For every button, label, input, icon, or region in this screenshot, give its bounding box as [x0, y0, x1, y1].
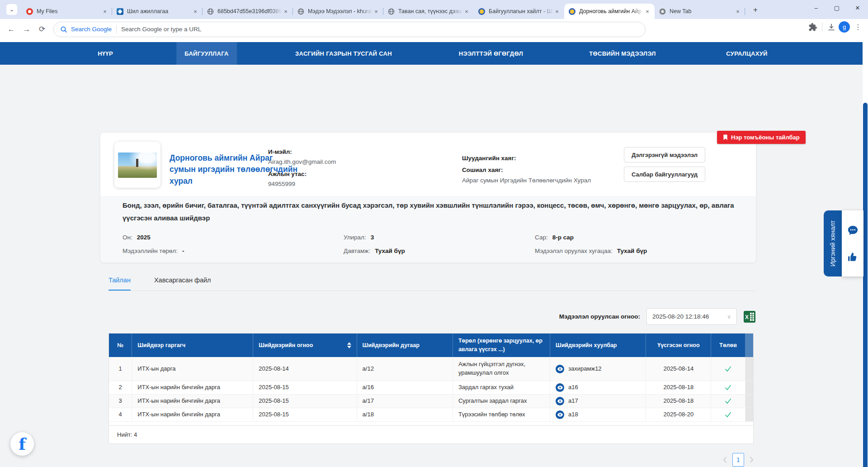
- col-header-no: №: [109, 334, 132, 357]
- cell-copy-label[interactable]: а16: [568, 383, 578, 392]
- toolbar-divider: [822, 23, 822, 32]
- cell-decision-date: 2025-08-15: [253, 408, 357, 421]
- table-scrollbar-track[interactable]: [745, 357, 753, 381]
- check-icon: [725, 385, 731, 391]
- close-icon[interactable]: ×: [553, 8, 561, 15]
- branch-organizations-button[interactable]: Салбар байгууллагууд: [624, 167, 705, 182]
- field-month-value: 8-р сар: [552, 234, 574, 241]
- close-icon[interactable]: ×: [734, 8, 741, 15]
- browser-tab-tavan-saya[interactable]: Таван сая, түүнээс дээш т ×: [383, 4, 474, 19]
- facebook-button[interactable]: f: [10, 432, 34, 456]
- organization-logo[interactable]: [114, 142, 160, 188]
- nav-item-open-data[interactable]: НЭЭЛТТЭЙ ӨГӨГДӨЛ: [459, 42, 524, 65]
- cell-decision-number: а/18: [357, 408, 453, 421]
- citizen-monitor-tab[interactable]: Иргэний хяналт: [824, 210, 842, 276]
- nav-item-organization[interactable]: БАЙГУУЛЛАГА: [176, 42, 237, 67]
- cell-copy-label[interactable]: а17: [568, 397, 578, 405]
- field-info-type-value: -: [182, 248, 184, 254]
- table-row[interactable]: 1 ИТХ-ын дарга 2025-08-14 а/12 Ажлын гүй…: [109, 357, 753, 381]
- thumbs-up-icon[interactable]: [847, 252, 859, 263]
- check-icon: [725, 398, 731, 404]
- state-emblem-icon: [569, 8, 576, 15]
- extensions-puzzle-icon[interactable]: [808, 23, 817, 32]
- nav-item-home[interactable]: НҮҮР: [98, 42, 113, 65]
- nav-item-budget-info[interactable]: ТӨСВИЙН МЭДЭЭЛЭЛ: [589, 42, 656, 65]
- table-scrollbar-track[interactable]: [745, 395, 753, 408]
- browser-tab-my-files[interactable]: My Files ×: [22, 4, 112, 19]
- forward-button[interactable]: →: [19, 22, 34, 37]
- table-scrollbar-track[interactable]: [745, 334, 753, 357]
- minimize-button[interactable]: –: [806, 0, 826, 15]
- address-bar[interactable]: Search Google Search Google or type a UR…: [53, 22, 646, 37]
- search-icon: [60, 26, 67, 33]
- view-eye-icon[interactable]: [556, 397, 564, 405]
- report-description: Бонд, зээл, өрийн бичиг, баталгаа, түүнт…: [123, 199, 735, 224]
- tabs-divider-line: [108, 291, 756, 291]
- browser-tab-shilen[interactable]: Шил ажиллагаа ×: [112, 4, 203, 19]
- tab-report[interactable]: Тайлан: [108, 276, 131, 291]
- social-label: Сошиал хаяг:: [462, 165, 611, 175]
- chat-bubble-icon[interactable]: [847, 224, 859, 237]
- organization-logo-photo: [118, 152, 157, 178]
- close-icon[interactable]: ×: [192, 8, 199, 15]
- back-button[interactable]: ←: [4, 22, 19, 37]
- table-row[interactable]: 4 ИТХ-ын нарийн бичгийн дарга 2025-08-15…: [109, 408, 753, 422]
- table-scrollbar-track[interactable]: [745, 408, 753, 421]
- browser-tab-new-tab[interactable]: New Tab ×: [655, 4, 745, 19]
- tab-title: Мэдээ Мэдээлэл - khural: [308, 8, 373, 14]
- cell-decision-maker: ИТХ-ын нарийн бичгийн дарга: [132, 381, 253, 394]
- field-info-type-label: Мэдээллийн төрөл:: [123, 248, 178, 254]
- menu-kebab-icon[interactable]: ⋮: [853, 23, 863, 31]
- close-icon[interactable]: ×: [282, 8, 289, 15]
- browser-tab-hash[interactable]: 685bd47d55e3196df0389 ×: [203, 4, 293, 19]
- window-close-button[interactable]: ✕: [847, 0, 868, 15]
- col-header-decision-date[interactable]: Шийдвэрийн огноо: [253, 334, 357, 357]
- phone-value: 94955999: [268, 179, 336, 189]
- excel-export-icon[interactable]: X: [743, 310, 756, 323]
- browser-tab-search-org[interactable]: Байгууллагын хайлт - Ши ×: [474, 4, 564, 19]
- cell-decision-copy: а16: [550, 381, 646, 394]
- reload-button[interactable]: ⟳: [34, 22, 50, 37]
- cell-no: 1: [109, 357, 132, 381]
- table-row[interactable]: 2 ИТХ-ын нарийн бичгийн дарга 2025-08-15…: [109, 381, 753, 395]
- profile-avatar[interactable]: g: [839, 21, 850, 33]
- glossary-badge[interactable]: Нэр томъёоны тайлбар: [717, 131, 806, 144]
- field-year-label: Он:: [123, 234, 132, 241]
- col-header-decision-copy: Шийдвэрийн хуулбар: [550, 334, 646, 357]
- view-eye-icon[interactable]: [556, 410, 564, 419]
- cell-decision-copy: а18: [550, 408, 646, 421]
- table-total-row: Нийт: 4: [109, 425, 753, 443]
- date-filter-select[interactable]: 2025-08-20 12:18:46 ∨: [646, 308, 737, 325]
- col-header-status: Төлөв: [711, 334, 745, 357]
- close-icon[interactable]: ×: [644, 8, 651, 15]
- cell-copy-label[interactable]: а18: [568, 410, 578, 419]
- details-button[interactable]: Дэлгэрэнгүй мэдээлэл: [624, 147, 705, 162]
- browser-tab-active-dornogovi[interactable]: Дорноговь аймгийн Айр ×: [564, 4, 655, 19]
- cell-copy-label[interactable]: захирамж12: [568, 365, 602, 373]
- page-number-button[interactable]: 1: [732, 453, 744, 467]
- field-upload-period-value: Тухай бүр: [617, 248, 647, 254]
- close-icon[interactable]: ×: [373, 8, 380, 15]
- sort-icon[interactable]: [347, 342, 351, 348]
- close-icon[interactable]: ×: [463, 8, 470, 15]
- maximize-button[interactable]: ▢: [826, 0, 847, 15]
- view-eye-icon[interactable]: [556, 365, 564, 373]
- close-icon[interactable]: ×: [101, 8, 108, 15]
- table-scrollbar-track[interactable]: [745, 381, 753, 394]
- downloads-icon[interactable]: [827, 23, 836, 32]
- site-navbar: НҮҮР БАЙГУУЛЛАГА ЗАСГИЙН ГАЗРЫН ТУСГАЙ С…: [0, 42, 863, 65]
- scrollbar-thumb[interactable]: [863, 103, 868, 467]
- chevron-left-icon[interactable]: [723, 457, 727, 463]
- view-eye-icon[interactable]: [556, 383, 564, 392]
- chevron-right-icon[interactable]: [750, 457, 754, 463]
- tab-search-chevron-icon[interactable]: ⌄: [6, 4, 17, 15]
- tab-title: New Tab: [670, 8, 734, 14]
- nav-item-special-fund[interactable]: ЗАСГИЙН ГАЗРЫН ТУСГАЙ САН: [295, 42, 392, 65]
- tab-attached-files[interactable]: Хавсаргасан файл: [154, 276, 211, 291]
- nav-item-learning[interactable]: СУРАЛЦАХУЙ: [726, 42, 768, 65]
- browser-tab-medee[interactable]: Мэдээ Мэдээлэл - khural ×: [293, 4, 383, 19]
- new-tab-button[interactable]: +: [750, 4, 761, 16]
- table-filler: [109, 422, 753, 425]
- citizen-monitor-panel: [842, 210, 863, 276]
- table-row[interactable]: 3 ИТХ-ын нарийн бичгийн дарга 2025-08-15…: [109, 395, 753, 408]
